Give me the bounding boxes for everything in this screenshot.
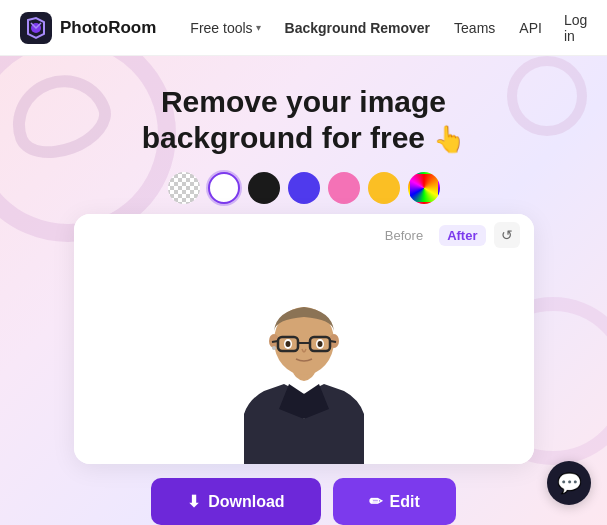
nav-free-tools[interactable]: Free tools ▾ <box>180 14 270 42</box>
color-swatches <box>168 172 440 204</box>
chat-support-button[interactable]: 💬 <box>547 461 591 505</box>
person-image-container <box>74 256 534 464</box>
swirl-decoration-right <box>507 56 587 136</box>
swatch-purple[interactable] <box>288 172 320 204</box>
download-button[interactable]: ⬇ Download <box>151 478 320 525</box>
refresh-button[interactable]: ↺ <box>494 222 520 248</box>
image-preview-area: Before After ↺ <box>74 214 534 464</box>
headline-emoji: 👆 <box>433 124 465 154</box>
navbar: PhotoRoom Free tools ▾ Background Remove… <box>0 0 607 56</box>
before-label[interactable]: Before <box>377 225 431 246</box>
swatch-pink[interactable] <box>328 172 360 204</box>
svg-line-10 <box>330 341 336 342</box>
person-image <box>204 259 404 465</box>
login-button[interactable]: Log in <box>552 6 599 50</box>
chat-icon: 💬 <box>557 471 582 495</box>
download-icon: ⬇ <box>187 492 200 511</box>
headline-line2: background for free <box>142 121 425 154</box>
svg-line-9 <box>272 341 278 342</box>
svg-point-14 <box>317 341 322 347</box>
nav-teams[interactable]: Teams <box>444 14 505 42</box>
chevron-down-icon: ▾ <box>256 22 261 33</box>
edit-icon: ✏ <box>369 492 382 511</box>
after-label[interactable]: After <box>439 225 485 246</box>
headline: Remove your image background for free 👆 <box>142 84 466 156</box>
nav-bg-remover[interactable]: Background Remover <box>275 14 440 42</box>
swatch-yellow[interactable] <box>368 172 400 204</box>
before-after-bar: Before After ↺ <box>74 214 534 256</box>
swatch-colorful[interactable] <box>408 172 440 204</box>
logo-text: PhotoRoom <box>60 18 156 38</box>
nav-api[interactable]: API <box>509 14 552 42</box>
swirl-decoration-left <box>0 61 121 170</box>
photoroom-logo-icon <box>20 12 52 44</box>
swatch-transparent[interactable] <box>168 172 200 204</box>
headline-line1: Remove your image <box>161 85 446 118</box>
svg-point-15 <box>272 346 276 350</box>
action-buttons: ⬇ Download ✏ Edit <box>151 478 456 525</box>
edit-button[interactable]: ✏ Edit <box>333 478 456 525</box>
hero-section: Remove your image background for free 👆 … <box>0 56 607 525</box>
swatch-white[interactable] <box>208 172 240 204</box>
svg-point-12 <box>285 341 290 347</box>
swatch-black[interactable] <box>248 172 280 204</box>
nav-links: Free tools ▾ Background Remover Teams AP… <box>180 14 552 42</box>
logo-area[interactable]: PhotoRoom <box>20 12 156 44</box>
